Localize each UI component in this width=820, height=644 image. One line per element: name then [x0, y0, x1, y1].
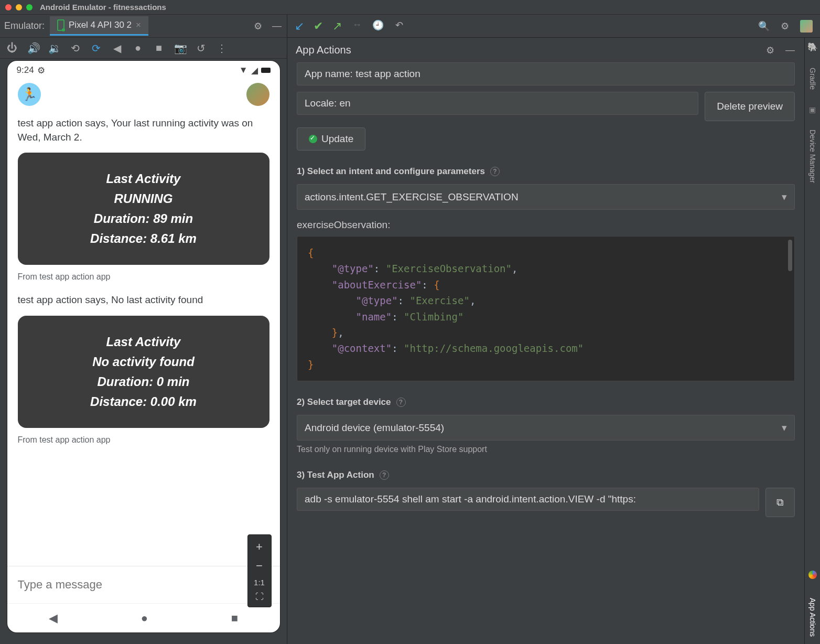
copy-button[interactable]: ⧉	[765, 488, 795, 517]
volume-up-icon[interactable]: 🔊	[27, 42, 39, 55]
record-icon[interactable]: ●	[132, 42, 144, 54]
zoom-out-icon[interactable]: −	[256, 559, 263, 573]
emulator-label: Emulator:	[4, 20, 45, 31]
delete-preview-button[interactable]: Delete preview	[705, 92, 795, 121]
activity-card-1[interactable]: Last Activity RUNNING Duration: 89 min D…	[18, 153, 269, 265]
card-duration: Duration: 89 min	[28, 211, 259, 226]
card-title: Last Activity	[28, 171, 259, 186]
nav-home-icon[interactable]: ●	[141, 611, 148, 625]
app-name-field[interactable]: App name: test app action	[297, 62, 795, 85]
right-tool-rail: 🐘 Gradle ▣ Device Manager App Actions	[804, 38, 820, 644]
window-titlebar: Android Emulator - fitnessactions	[0, 0, 820, 15]
history-icon[interactable]: ↺	[195, 42, 207, 55]
check-icon[interactable]: ✔	[314, 19, 323, 33]
device-note: Test only on running device with Play St…	[297, 445, 795, 454]
copy-icon: ⧉	[776, 497, 784, 508]
card-distance: Distance: 0.00 km	[28, 394, 259, 409]
power-icon[interactable]: ⏻	[6, 42, 18, 54]
avatar[interactable]	[246, 83, 269, 106]
panel-minimize-icon[interactable]: —	[784, 45, 796, 56]
close-tab-icon[interactable]: ×	[136, 20, 141, 30]
more-icon[interactable]: ⋮	[216, 42, 228, 55]
stop-icon[interactable]: ■	[153, 42, 165, 54]
running-icon: 🏃	[18, 83, 41, 106]
user-avatar[interactable]	[800, 20, 813, 33]
app-actions-tab[interactable]: App Actions	[808, 598, 817, 637]
step-out-icon[interactable]: ↗	[332, 19, 342, 33]
rotate-left-icon[interactable]: ⟲	[69, 42, 81, 55]
device-manager-tab[interactable]: Device Manager	[808, 130, 817, 183]
card-duration: Duration: 0 min	[28, 374, 259, 389]
ide-toolbar: ↙ ✔ ↗ ↔ 🕘 ↶ 🔍 ⚙	[287, 15, 820, 38]
panel-gear-icon[interactable]: ⚙	[764, 45, 776, 56]
gradle-tab[interactable]: Gradle	[808, 68, 817, 90]
zoom-controls: + − 1:1 ⛶	[247, 534, 272, 607]
activity-card-2[interactable]: Last Activity No activity found Duration…	[18, 316, 269, 428]
gradle-icon: 🐘	[807, 42, 818, 52]
phone-screen[interactable]: 9:24 ⚙ ▼ ◢ 🏃 test app action says, Your …	[7, 61, 280, 632]
phone-nav-bar: ◀ ● ■	[7, 603, 280, 632]
scrollbar-thumb[interactable]	[788, 240, 792, 271]
status-gear-icon: ⚙	[37, 65, 45, 76]
close-window-button[interactable]	[5, 4, 12, 10]
device-icon	[57, 19, 64, 31]
json-editor[interactable]: { "@type": "ExerciseObservation", "about…	[297, 236, 795, 381]
nav-back-icon[interactable]: ◀	[49, 611, 58, 625]
help-icon[interactable]: ?	[396, 398, 406, 407]
signal-icon: ◢	[251, 65, 258, 76]
step-1-label: 1) Select an intent and configure parame…	[297, 166, 795, 177]
zoom-actual-button[interactable]: 1:1	[254, 578, 265, 587]
message-input-area[interactable]	[7, 566, 280, 603]
search-icon[interactable]: 🔍	[758, 20, 770, 32]
step-2-label: 2) Select target device ?	[297, 397, 795, 407]
panel-title: App Actions	[296, 44, 351, 56]
update-button[interactable]: Update	[297, 127, 365, 151]
message-input[interactable]	[18, 578, 269, 592]
help-icon[interactable]: ?	[490, 167, 500, 176]
device-select[interactable]: Android device (emulator-5554) ▾	[297, 415, 795, 441]
phone-status-bar: 9:24 ⚙ ▼ ◢	[7, 61, 280, 80]
status-time: 9:24	[17, 65, 34, 76]
gear-icon[interactable]: ⚙	[252, 20, 264, 32]
assistant-message-2: test app action says, No last activity f…	[18, 293, 269, 307]
disabled-icon: ↔	[351, 19, 363, 33]
clock-icon[interactable]: 🕘	[372, 19, 384, 33]
minimize-window-button[interactable]	[16, 4, 22, 10]
emulator-toolbar: ⏻ 🔊 🔉 ⟲ ⟳ ◀ ● ■ 📷 ↺ ⋮	[0, 38, 287, 59]
param-label: exerciseObservation:	[297, 219, 795, 231]
assistant-message-1: test app action says, Your last running …	[18, 116, 269, 144]
emulator-tab[interactable]: Pixel 4 API 30 2 ×	[50, 16, 148, 36]
chevron-down-icon: ▾	[782, 191, 787, 203]
minimize-icon[interactable]: —	[271, 20, 283, 31]
card-type: No activity found	[28, 355, 259, 369]
settings-icon[interactable]: ⚙	[779, 20, 791, 32]
app-actions-panel: App Actions ⚙ — App name: test app actio…	[287, 38, 804, 644]
rotate-right-icon[interactable]: ⟳	[90, 42, 102, 55]
step-in-icon[interactable]: ↙	[295, 19, 304, 33]
emulator-tab-label: Pixel 4 API 30 2	[69, 20, 132, 30]
card-distance: Distance: 8.61 km	[28, 231, 259, 246]
zoom-in-icon[interactable]: +	[256, 540, 263, 554]
maximize-window-button[interactable]	[26, 4, 33, 10]
card-type: RUNNING	[28, 191, 259, 206]
undo-icon[interactable]: ↶	[393, 19, 405, 33]
source-label-1: From test app action app	[18, 272, 269, 282]
battery-icon	[261, 68, 271, 73]
wifi-icon: ▼	[239, 65, 248, 76]
device-manager-icon: ▣	[809, 105, 816, 114]
volume-down-icon[interactable]: 🔉	[48, 42, 60, 55]
chevron-down-icon: ▾	[782, 422, 787, 434]
intent-select[interactable]: actions.intent.GET_EXERCISE_OBSERVATION …	[297, 184, 795, 210]
back-icon[interactable]: ◀	[111, 42, 123, 55]
zoom-fit-icon[interactable]: ⛶	[255, 592, 264, 602]
source-label-2: From test app action app	[18, 435, 269, 445]
camera-icon[interactable]: 📷	[174, 42, 186, 55]
nav-recents-icon[interactable]: ■	[231, 611, 238, 625]
locale-field[interactable]: Locale: en	[297, 92, 698, 115]
card-title: Last Activity	[28, 335, 259, 349]
help-icon[interactable]: ?	[380, 470, 389, 480]
assistant-icon	[808, 571, 817, 579]
check-circle-icon	[309, 135, 317, 143]
step-3-label: 3) Test App Action ?	[297, 470, 795, 480]
adb-command-field[interactable]: adb -s emulator-5554 shell am start -a a…	[297, 488, 759, 511]
